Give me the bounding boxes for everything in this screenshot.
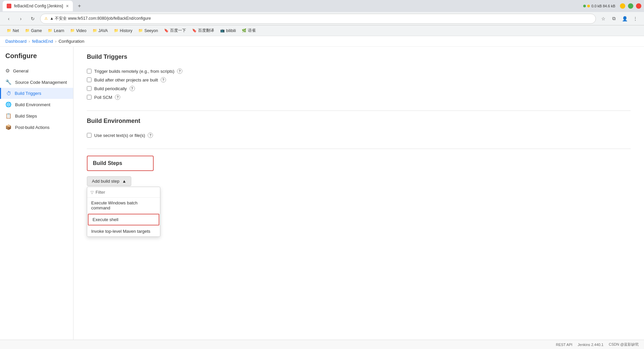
bookmark-icon: 📁 (93, 28, 97, 33)
add-build-step-btn[interactable]: Add build step ▲ (87, 176, 131, 186)
bookmark-btn[interactable]: ☆ (599, 14, 608, 23)
bookmark-icon: 📺 (220, 28, 225, 33)
bookmark-seeyon[interactable]: 📁 Seeyon (136, 28, 161, 34)
browser-window: feBackEnd Config [Jenkins] ✕ + 0.0 kB 84… (0, 0, 644, 349)
browser-titlebar: feBackEnd Config [Jenkins] ✕ + 0.0 kB 84… (0, 0, 644, 12)
action-buttons: Save Apply (87, 194, 631, 205)
rest-api-link[interactable]: REST API (556, 343, 572, 347)
bookmarks-bar: 📁 Net 📁 Game 📁 Learn 📁 Video 📁 JAVA 📁 Hi… (0, 25, 644, 36)
maven-label: Invoke top-level Maven targets (91, 229, 150, 234)
forward-btn[interactable]: › (16, 14, 25, 23)
back-btn[interactable]: ‹ (4, 14, 13, 23)
sidebar-item-post-build[interactable]: 📦 Post-build Actions (0, 122, 73, 133)
security-icon: ⚠ (44, 16, 48, 21)
sidebar-label-general: General (13, 68, 28, 73)
filter-icon: ▽ (91, 190, 94, 195)
bookmark-learn[interactable]: 📁 Learn (45, 28, 67, 34)
bookmark-label: bilibili (226, 28, 236, 33)
build-steps-box: Build Steps (87, 156, 154, 171)
bookmark-icon: 📁 (48, 28, 52, 33)
page-content: Dashboard › feBackEnd › Configuration Co… (0, 36, 644, 349)
reload-btn[interactable]: ↻ (28, 14, 37, 23)
build-steps-section: Build Steps Add build step ▲ ▽ Filter (87, 156, 631, 205)
bookmark-java[interactable]: 📁 JAVA (90, 28, 111, 34)
poll-scm-help[interactable]: ? (115, 95, 120, 100)
bookmark-icon: 🌿 (242, 28, 247, 33)
bookmark-icon: 🔖 (192, 28, 197, 33)
bookmark-label: Video (76, 28, 86, 33)
execute-shell-label: Execute shell (93, 217, 118, 222)
build-after-checkbox[interactable] (87, 77, 92, 82)
dropdown-item-windows-batch[interactable]: Execute Windows batch command (87, 198, 160, 213)
sidebar-label-post-build: Post-build Actions (15, 125, 49, 130)
window-controls (620, 3, 641, 9)
bookmark-label: Learn (54, 28, 64, 33)
profile-btn[interactable]: 👤 (620, 14, 629, 23)
bookmark-icon: 📁 (7, 28, 11, 33)
divider-2 (87, 149, 631, 149)
bookmark-icon: 📁 (25, 28, 30, 33)
sidebar-label-build-environment: Build Environment (15, 102, 50, 107)
bookmark-net[interactable]: 📁 Net (4, 28, 22, 34)
bookmark-label: History (120, 28, 132, 33)
status-text: 0.0 kB 84.6 kB (591, 4, 615, 8)
page-footer: REST API Jenkins 2.440.1 CSDN @蓝影缺茕 (0, 340, 644, 349)
bookmark-game[interactable]: 📁 Game (22, 28, 45, 34)
windows-batch-label: Execute Windows batch command (91, 200, 138, 210)
breadcrumb-febackend[interactable]: feBackEnd (32, 39, 53, 44)
tab-title: feBackEnd Config [Jenkins] (14, 4, 63, 8)
build-periodic-help[interactable]: ? (130, 86, 135, 91)
sidebar-item-build-triggers[interactable]: ⏱ Build Triggers (0, 88, 73, 99)
menu-btn[interactable]: ⋮ (631, 14, 640, 23)
trigger-remote-label: Trigger builds remotely (e.g., from scri… (94, 69, 174, 74)
bookmark-baidu[interactable]: 🔖 百度一下 (161, 27, 189, 34)
browser-controls: ‹ › ↻ ⚠ ▲ 不安全 www.fe517.com:8080/job/feB… (0, 12, 644, 25)
trigger-remote-help[interactable]: ? (177, 68, 182, 74)
sidebar-item-scm[interactable]: 🔧 Source Code Management (0, 76, 73, 88)
bookmark-video[interactable]: 📁 Video (67, 28, 89, 34)
browser-tab[interactable]: feBackEnd Config [Jenkins] ✕ (3, 1, 73, 11)
bookmark-icon: 📁 (138, 28, 143, 33)
extensions-btn[interactable]: ⧉ (609, 14, 619, 23)
sidebar-item-general[interactable]: ⚙ General (0, 65, 73, 76)
jenkins-version: Jenkins 2.440.1 (578, 343, 604, 347)
bookmark-history[interactable]: 📁 History (111, 28, 135, 34)
gear-icon: ⚙ (5, 68, 10, 74)
globe-icon: 🌐 (5, 102, 12, 108)
dropdown-item-execute-shell[interactable]: Execute shell (88, 214, 159, 225)
sidebar-item-build-steps[interactable]: 📋 Build Steps (0, 110, 73, 122)
close-btn[interactable] (636, 3, 641, 9)
maximize-btn[interactable] (628, 3, 633, 9)
sidebar-item-build-environment[interactable]: 🌐 Build Environment (0, 99, 73, 110)
poll-scm-checkbox[interactable] (87, 95, 92, 100)
bookmark-fanyi[interactable]: 🔖 百度翻译 (189, 27, 217, 34)
build-periodic-label: Build periodically (94, 86, 127, 91)
breadcrumb-sep2: › (55, 39, 56, 44)
trigger-remote-row: Trigger builds remotely (e.g., from scri… (87, 68, 631, 74)
sidebar-label-build-triggers: Build Triggers (15, 91, 41, 96)
breadcrumb-sep1: › (29, 39, 30, 44)
tab-close-btn[interactable]: ✕ (66, 4, 69, 8)
address-bar[interactable]: ⚠ ▲ 不安全 www.fe517.com:8080/job/feBackEnd… (40, 14, 596, 24)
dropdown-item-maven[interactable]: Invoke top-level Maven targets (87, 226, 160, 236)
bookmark-icon: 📁 (70, 28, 75, 33)
status-dot-green (583, 5, 586, 7)
bookmark-bilibili[interactable]: 📺 bilibili (217, 28, 238, 34)
bookmark-yuque[interactable]: 🌿 语雀 (239, 27, 259, 34)
secret-text-checkbox[interactable] (87, 133, 92, 138)
breadcrumb-current: Configuration (58, 39, 84, 44)
build-after-row: Build after other projects are built ? (87, 77, 631, 82)
poll-scm-label: Poll SCM (94, 95, 112, 100)
build-after-help[interactable]: ? (161, 77, 166, 82)
build-periodic-checkbox[interactable] (87, 86, 92, 91)
minimize-btn[interactable] (620, 3, 625, 9)
trigger-remote-checkbox[interactable] (87, 69, 92, 73)
box-icon: 📦 (5, 124, 12, 130)
new-tab-btn[interactable]: + (75, 1, 84, 11)
breadcrumb-dashboard[interactable]: Dashboard (5, 39, 27, 44)
secret-text-help[interactable]: ? (148, 133, 153, 138)
csdn-text: CSDN @蓝影缺茕 (609, 342, 639, 347)
main-layout: Configure ⚙ General 🔧 Source Code Manage… (0, 47, 644, 340)
breadcrumb: Dashboard › feBackEnd › Configuration (0, 36, 644, 47)
sidebar: Configure ⚙ General 🔧 Source Code Manage… (0, 47, 73, 340)
